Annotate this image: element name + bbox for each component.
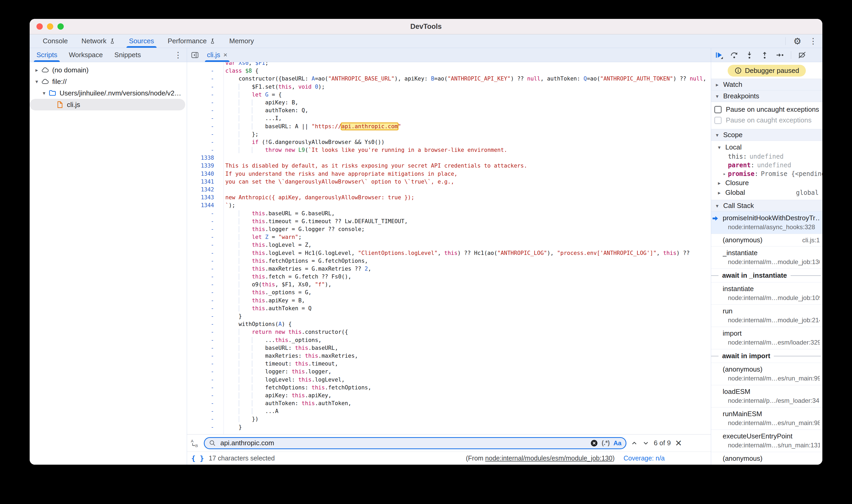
section-call-stack[interactable]: ▾ Call Stack	[711, 200, 822, 212]
navigator-more-icon[interactable]: ⋮	[174, 48, 187, 62]
gutter-line[interactable]: -	[187, 273, 214, 281]
gutter-line[interactable]: -	[187, 91, 214, 98]
gutter-line[interactable]: -	[187, 114, 214, 122]
gutter-line[interactable]: -	[187, 304, 214, 312]
gutter-line[interactable]: -	[187, 146, 214, 154]
minimize-window-icon[interactable]	[47, 23, 53, 30]
scope-entry-parent[interactable]: parent:undefined	[711, 161, 822, 169]
call-stack-frame[interactable]: (anonymous)cli.js:1	[711, 234, 822, 247]
gutter-line[interactable]: -	[187, 336, 214, 344]
match-case-toggle[interactable]: Aa	[613, 439, 621, 447]
scope-entry-promise[interactable]: ▸promise:Promise {<pending>}	[711, 169, 822, 178]
gutter-line[interactable]: 1339	[187, 162, 214, 170]
gutter-line[interactable]: -	[187, 399, 214, 407]
section-breakpoints[interactable]: ▾ Breakpoints	[711, 90, 822, 102]
gutter-line[interactable]: -	[187, 320, 214, 328]
call-stack-frame[interactable]: (anonymous)node:internal/m…main_module:2	[711, 452, 822, 465]
gutter-line[interactable]: -	[187, 415, 214, 423]
gutter-line[interactable]: 1338	[187, 154, 214, 162]
gutter-line[interactable]: -	[187, 407, 214, 415]
call-stack-frame[interactable]: loadESMnode:internal/p…/esm_loader:34	[711, 385, 822, 408]
frame-location[interactable]: node:internal/m…main_module:2	[723, 464, 820, 465]
resume-script-icon[interactable]	[715, 51, 723, 59]
gutter-line[interactable]: -	[187, 233, 214, 241]
call-stack-frame[interactable]: executeUserEntryPointnode:internal/m…s/r…	[711, 430, 822, 452]
gutter-line[interactable]: 1342	[187, 186, 214, 194]
gutter-line[interactable]: -	[187, 83, 214, 91]
pretty-print-icon[interactable]: { }	[191, 454, 204, 462]
deactivate-breakpoints-icon[interactable]	[798, 51, 806, 59]
tab-network[interactable]: Network	[74, 34, 122, 48]
gutter-line[interactable]: -	[187, 312, 214, 320]
gutter-line[interactable]: -	[187, 241, 214, 249]
gutter-line[interactable]: -	[187, 368, 214, 376]
tree-item-users-jinhuilee-nvm-versions-node-v2-[interactable]: ▾Users/jinhuilee/.nvm/versions/node/v2…	[30, 87, 187, 99]
frame-location[interactable]: node:internal/m…es/run_main:99	[723, 375, 820, 382]
close-tab-icon[interactable]: ×	[224, 51, 227, 59]
tab-memory[interactable]: Memory	[223, 34, 261, 48]
editor-tab-clijs[interactable]: cli.js ×	[202, 48, 233, 62]
zoom-window-icon[interactable]	[57, 23, 64, 30]
gutter-line[interactable]: -	[187, 296, 214, 304]
next-match-icon[interactable]	[642, 439, 650, 447]
gutter-line[interactable]: 1344	[187, 201, 214, 209]
call-stack-frame[interactable]: (anonymous)node:internal/m…es/run_main:9…	[711, 363, 822, 385]
chevron-right-icon[interactable]: ▸	[721, 171, 728, 177]
coverage-link[interactable]: Coverage: n/a	[623, 454, 665, 462]
chevron-down-icon[interactable]: ▾	[40, 90, 48, 96]
hide-debugger-icon[interactable]	[707, 48, 711, 62]
chevron-down-icon[interactable]: ▾	[33, 78, 41, 85]
settings-gear-icon[interactable]: ⚙	[794, 37, 801, 46]
frame-location[interactable]: node:internal/m…module_job:130	[723, 258, 820, 266]
gutter-line[interactable]: -	[187, 225, 214, 233]
step-out-icon[interactable]	[761, 51, 769, 59]
frame-location[interactable]: node:internal/m…esm/loader:329	[723, 339, 820, 346]
frame-location[interactable]: node:internal/async_hooks:328	[723, 223, 820, 231]
section-scope[interactable]: ▾ Scope	[711, 129, 822, 141]
tree-item-cli-js[interactable]: cli.js	[30, 99, 185, 110]
call-stack-frame[interactable]: _instantiatenode:internal/m…module_job:1…	[711, 247, 822, 269]
gutter-line[interactable]: -	[187, 352, 214, 360]
search-input[interactable]	[220, 439, 587, 447]
gutter-line[interactable]: 1341	[187, 178, 214, 186]
hide-navigator-icon[interactable]	[187, 48, 202, 62]
gutter-line[interactable]: -	[187, 344, 214, 352]
section-watch[interactable]: ▸ Watch	[711, 79, 822, 90]
gutter-line[interactable]	[187, 62, 214, 67]
gutter-line[interactable]: -	[187, 376, 214, 384]
step-icon[interactable]	[776, 51, 784, 59]
gutter-line[interactable]: -	[187, 281, 214, 288]
frame-location[interactable]: node:internal/m…module_job:109	[723, 294, 820, 302]
gutter-line[interactable]: -	[187, 288, 214, 296]
frame-location[interactable]: node:internal/p…/esm_loader:34	[723, 397, 820, 404]
step-into-icon[interactable]	[745, 51, 753, 59]
gutter-line[interactable]: -	[187, 123, 214, 130]
gutter-line[interactable]: 1340	[187, 170, 214, 178]
navigator-tab-workspace[interactable]: Workspace	[63, 48, 109, 62]
gutter-line[interactable]: -	[187, 384, 214, 392]
gutter-line[interactable]: -	[187, 130, 214, 138]
close-find-bar-icon[interactable]: ✕	[675, 439, 682, 447]
gutter-line[interactable]: -	[187, 257, 214, 265]
source-map-link[interactable]: node:internal/modules/esm/module_job:130	[485, 454, 613, 462]
tab-console[interactable]: Console	[36, 34, 74, 48]
call-stack-frame[interactable]: runnode:internal/m…module_job:214	[711, 305, 822, 327]
gutter-line[interactable]: -	[187, 75, 214, 83]
gutter-line[interactable]: -	[187, 423, 214, 431]
gutter-line[interactable]: -	[187, 210, 214, 217]
scope-group-closure[interactable]: ▸Closure	[711, 178, 822, 188]
gutter-line[interactable]: -	[187, 106, 214, 114]
code-editor[interactable]: -----------1338133913401341134213431344-…	[187, 62, 711, 434]
scope-group-global[interactable]: ▸Globalglobal	[711, 188, 822, 197]
call-stack-frame[interactable]: promiseInitHookWithDestroyTr…node:intern…	[711, 212, 822, 234]
tree-item-file-[interactable]: ▾file://	[30, 76, 187, 87]
scope-group-local[interactable]: ▾Local	[711, 142, 822, 152]
tab-performance[interactable]: Performance	[161, 34, 223, 48]
gutter-line[interactable]: -	[187, 249, 214, 257]
call-stack-frame[interactable]: runMainESMnode:internal/m…es/run_main:98	[711, 408, 822, 430]
checkbox[interactable]	[714, 106, 722, 113]
gutter-line[interactable]: -	[187, 392, 214, 399]
call-stack-frame[interactable]: instantiatenode:internal/m…module_job:10…	[711, 283, 822, 305]
replace-toggle-icon[interactable]: AB	[190, 438, 200, 448]
more-options-icon[interactable]: ⋮	[809, 37, 817, 45]
